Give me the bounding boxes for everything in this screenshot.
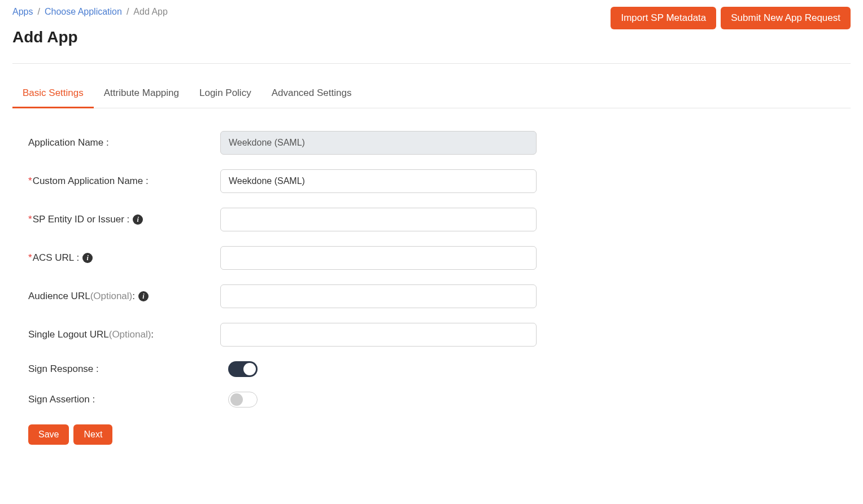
application-name-label: Application Name : — [28, 137, 220, 148]
save-button[interactable]: Save — [28, 424, 69, 445]
required-mark: * — [28, 252, 32, 264]
sp-entity-id-label: *SP Entity ID or Issuer : i — [28, 214, 220, 225]
info-icon[interactable]: i — [138, 291, 149, 301]
sign-response-toggle[interactable] — [228, 361, 258, 377]
breadcrumb-apps[interactable]: Apps — [12, 7, 33, 17]
breadcrumb-current: Add App — [133, 7, 168, 17]
single-logout-url-input[interactable] — [220, 323, 537, 347]
divider — [12, 63, 851, 64]
required-mark: * — [28, 176, 32, 187]
breadcrumb-sep: / — [127, 7, 129, 17]
acs-url-input[interactable] — [220, 246, 537, 270]
sign-assertion-label: Sign Assertion : — [28, 394, 220, 405]
toggle-knob — [230, 393, 243, 406]
acs-url-label: *ACS URL : i — [28, 252, 220, 264]
custom-application-name-input[interactable] — [220, 169, 537, 193]
required-mark: * — [28, 214, 32, 225]
application-name-input — [220, 131, 537, 155]
info-icon[interactable]: i — [82, 253, 93, 263]
sp-entity-id-input[interactable] — [220, 208, 537, 231]
tabs: Basic Settings Attribute Mapping Login P… — [12, 80, 851, 108]
breadcrumb-sep: / — [37, 7, 40, 17]
tab-advanced-settings[interactable]: Advanced Settings — [261, 80, 362, 108]
page-title: Add App — [12, 28, 168, 46]
single-logout-url-label: Single Logout URL (Optional) : — [28, 329, 220, 340]
breadcrumb-choose[interactable]: Choose Application — [45, 7, 122, 17]
toggle-knob — [243, 363, 256, 375]
next-button[interactable]: Next — [73, 424, 112, 445]
import-sp-metadata-button[interactable]: Import SP Metadata — [611, 7, 716, 29]
audience-url-input[interactable] — [220, 284, 537, 308]
audience-url-label: Audience URL (Optional) : i — [28, 291, 220, 302]
breadcrumb: Apps / Choose Application / Add App — [12, 7, 168, 17]
custom-application-name-label: *Custom Application Name : — [28, 176, 220, 187]
submit-new-app-request-button[interactable]: Submit New App Request — [721, 7, 851, 29]
tab-attribute-mapping[interactable]: Attribute Mapping — [94, 80, 189, 108]
tab-basic-settings[interactable]: Basic Settings — [12, 80, 94, 108]
tab-login-policy[interactable]: Login Policy — [189, 80, 261, 108]
sign-assertion-toggle[interactable] — [228, 392, 258, 407]
sign-response-label: Sign Response : — [28, 363, 220, 375]
info-icon[interactable]: i — [133, 214, 143, 225]
